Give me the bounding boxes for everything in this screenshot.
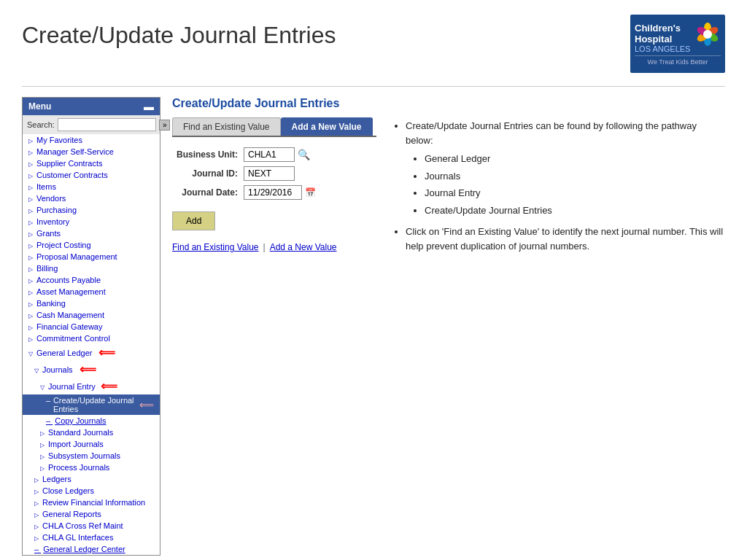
sidebar-item-review-financial[interactable]: Review Financial Information <box>23 497 160 508</box>
sidebar-item-subsystem-journals[interactable]: Subsystem Journals <box>23 450 160 462</box>
sidebar-label-customer: Customer Contracts <box>36 171 108 179</box>
menu-collapse-icon[interactable]: ▬ <box>144 101 154 112</box>
sidebar-label-gl-interfaces: CHLA GL Interfaces <box>42 533 113 542</box>
sidebar-label-favorites: My Favorites <box>36 136 82 144</box>
sidebar-item-purchasing[interactable]: Purchasing <box>23 204 160 216</box>
sidebar-item-commitment-control[interactable]: Commitment Control <box>23 332 160 344</box>
sidebar-label-billing: Billing <box>36 264 58 273</box>
sidebar-label-ledgers: Ledgers <box>42 475 71 483</box>
sidebar-item-asset-mgmt[interactable]: Asset Management <box>23 286 160 298</box>
sidebar-item-close-ledgers[interactable]: Close Ledgers <box>23 485 160 497</box>
sidebar-item-supplier-contracts[interactable]: Supplier Contracts <box>23 158 160 169</box>
form-panel: Create/Update Journal Entries Find an Ex… <box>172 97 376 252</box>
link-separator: | <box>263 242 266 252</box>
form-title: Create/Update Journal Entries <box>172 97 376 110</box>
journal-id-input[interactable] <box>244 166 295 181</box>
bullet-main-2-text: Click on 'Find an Existing Value' to ide… <box>406 226 723 252</box>
add-button[interactable]: Add <box>172 211 215 230</box>
business-unit-input[interactable] <box>244 147 295 162</box>
bullet-main-2: Click on 'Find an Existing Value' to ide… <box>406 225 725 253</box>
sidebar-label-process: Process Journals <box>48 463 109 472</box>
menu-header: Menu ▬ <box>23 98 160 115</box>
lookup-icon[interactable]: 🔍 <box>298 149 310 160</box>
sidebar-item-import-journals[interactable]: Import Journals <box>23 438 160 450</box>
sidebar-item-ledgers[interactable]: Ledgers <box>23 473 160 485</box>
sidebar-label-subsystem: Subsystem Journals <box>48 451 120 460</box>
header: Create/Update Journal Entries Children's… <box>22 15 725 73</box>
sidebar-label-standard: Standard Journals <box>48 428 113 437</box>
sidebar-label-cash: Cash Management <box>36 311 104 319</box>
sidebar-item-billing[interactable]: Billing <box>23 262 160 274</box>
sidebar-label-cuje: Create/Update Journal Entries <box>53 396 134 413</box>
sidebar-label-vendors: Vendors <box>36 194 66 203</box>
sidebar-item-inventory[interactable]: Inventory <box>23 216 160 228</box>
sidebar-label-manager: Manager Self-Service <box>36 147 114 156</box>
logo-tagline: We Treat Kids Better <box>635 55 721 66</box>
journal-date-label: Journal Date: <box>172 187 238 198</box>
sidebar-label-gl: General Ledger <box>36 349 92 357</box>
sidebar-item-gl-center[interactable]: – General Ledger Center <box>23 543 160 555</box>
sidebar-item-standard-journals[interactable]: Standard Journals <box>23 427 160 438</box>
search-input[interactable] <box>58 118 156 131</box>
logo-line1: Children's <box>635 23 692 34</box>
sidebar-item-chla-gl-interfaces[interactable]: CHLA GL Interfaces <box>23 532 160 543</box>
sidebar-label-gen-reports: General Reports <box>42 510 101 518</box>
search-button[interactable]: » <box>159 120 171 131</box>
journals-arrow-icon: ⟸ <box>80 362 96 376</box>
tab-find-existing[interactable]: Find an Existing Value <box>172 117 281 136</box>
sidebar-item-accounts-payable[interactable]: Accounts Payable <box>23 274 160 286</box>
journal-date-input[interactable] <box>244 185 302 200</box>
add-new-link[interactable]: Add a New Value <box>270 242 337 252</box>
sub-bullets: General Ledger Journals Journal Entry Cr… <box>406 152 725 217</box>
sub-bullet-3: Journal Entry <box>425 186 725 201</box>
sidebar-label-project: Project Costing <box>36 241 91 249</box>
sidebar-item-general-reports[interactable]: General Reports <box>23 508 160 520</box>
journal-date-row: Journal Date: 📅 <box>172 185 376 200</box>
sidebar-item-favorites[interactable]: My Favorites <box>23 134 160 146</box>
sidebar-item-process-journals[interactable]: Process Journals <box>23 462 160 473</box>
sidebar-label-cross-ref: CHLA Cross Ref Maint <box>42 521 123 530</box>
sidebar-item-create-update-je[interactable]: – Create/Update Journal Entries ⟸ <box>23 394 160 415</box>
menu-search-area: Search: » <box>23 115 160 134</box>
sidebar-item-project-costing[interactable]: Project Costing <box>23 239 160 251</box>
sidebar-item-cash-mgmt[interactable]: Cash Management <box>23 309 160 321</box>
business-unit-label: Business Unit: <box>172 149 238 160</box>
content-row: Create/Update Journal Entries Find an Ex… <box>172 97 725 263</box>
sidebar-item-vendors[interactable]: Vendors <box>23 192 160 204</box>
calendar-icon[interactable]: 📅 <box>305 187 316 198</box>
sidebar-item-proposal[interactable]: Proposal Management <box>23 251 160 262</box>
sidebar-label-je: Journal Entry <box>48 382 96 391</box>
sidebar-label-purchasing: Purchasing <box>36 206 77 214</box>
sidebar-label-import: Import Journals <box>48 440 104 448</box>
sidebar-item-financial-gateway[interactable]: Financial Gateway <box>23 321 160 332</box>
tabs-row: Find an Existing Value Add a New Value <box>172 117 376 137</box>
menu-title: Menu <box>28 101 51 112</box>
dash-icon-cuje: – <box>46 396 51 413</box>
sidebar-item-general-ledger[interactable]: General Ledger ⟸ <box>23 344 160 361</box>
sidebar-label-supplier: Supplier Contracts <box>36 159 103 168</box>
sidebar-label-proposal: Proposal Management <box>36 252 117 261</box>
sidebar-item-chla-cross-ref[interactable]: CHLA Cross Ref Maint <box>23 520 160 532</box>
sidebar-item-banking[interactable]: Banking <box>23 298 160 309</box>
dash-icon-glc: – <box>34 545 41 553</box>
sidebar-label-glc: General Ledger Center <box>43 545 125 553</box>
form-links: Find an Existing Value | Add a New Value <box>172 242 376 252</box>
logo: Children's Hospital LOS ANGELES We Treat… <box>630 15 725 73</box>
sidebar-item-journals[interactable]: Journals ⟸ <box>23 361 160 378</box>
sidebar-item-items[interactable]: Items <box>23 181 160 192</box>
sidebar-item-journal-entry[interactable]: Journal Entry ⟸ <box>23 378 160 394</box>
logo-line3: LOS ANGELES <box>635 44 692 53</box>
sidebar-item-copy-journals[interactable]: – Copy Journals <box>23 415 160 427</box>
sidebar-item-customer-contracts[interactable]: Customer Contracts <box>23 169 160 181</box>
business-unit-value: 🔍 <box>244 147 310 162</box>
find-existing-link[interactable]: Find an Existing Value <box>172 242 259 252</box>
dash-icon-copy: – <box>46 416 53 425</box>
sidebar-label-asset: Asset Management <box>36 287 106 296</box>
sidebar-label-ap: Accounts Payable <box>36 276 101 284</box>
main-content: Menu ▬ Search: » My Favorites Manager Se… <box>22 97 725 556</box>
slide: Create/Update Journal Entries Children's… <box>0 0 747 560</box>
sidebar-item-grants[interactable]: Grants <box>23 228 160 239</box>
tab-add-new[interactable]: Add a New Value <box>281 117 373 136</box>
sub-bullet-2: Journals <box>425 169 725 184</box>
sidebar-item-manager-self-service[interactable]: Manager Self-Service <box>23 146 160 158</box>
